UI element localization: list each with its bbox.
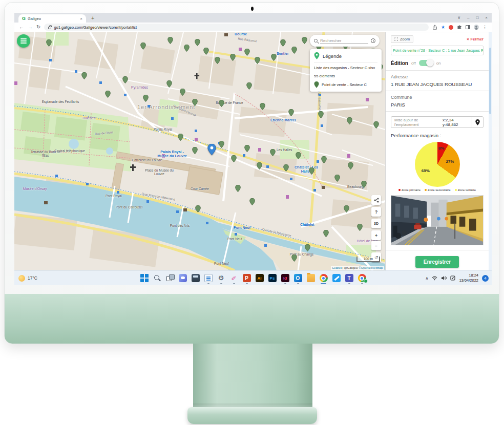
store-pin[interactable] [296, 152, 301, 159]
forward-icon[interactable]: → [28, 25, 33, 30]
taskbar-calc-icon[interactable] [192, 272, 200, 284]
route-vertex[interactable] [266, 165, 269, 168]
window-maximize-button[interactable]: □ [476, 15, 478, 20]
route-vertex[interactable] [99, 81, 102, 84]
store-pin[interactable] [244, 145, 250, 152]
taskbar-chat-icon[interactable] [179, 272, 187, 284]
wifi-icon[interactable] [432, 276, 437, 281]
store-pin[interactable] [246, 82, 252, 90]
edition-toggle[interactable] [419, 60, 433, 66]
store-pin[interactable] [167, 37, 173, 44]
taskbar-teams-icon[interactable] [345, 272, 353, 284]
store-pin[interactable] [361, 181, 367, 188]
extensions-puzzle-icon[interactable] [457, 25, 462, 30]
save-button[interactable]: Enregistrer [415, 256, 459, 268]
store-pin[interactable] [347, 117, 352, 124]
notification-badge[interactable]: 4 [482, 275, 489, 282]
store-pin[interactable] [348, 162, 353, 169]
store-pin[interactable] [192, 147, 198, 154]
tray-chevron-icon[interactable]: ∧ [426, 276, 429, 281]
bookmark-star-icon[interactable]: ★ [441, 25, 445, 30]
zoom-out-button[interactable]: − [371, 241, 381, 250]
volume-icon[interactable] [441, 275, 447, 281]
store-pin[interactable] [255, 57, 260, 64]
store-pin[interactable] [288, 109, 294, 116]
search-input[interactable] [320, 38, 368, 44]
back-icon[interactable]: ← [19, 25, 24, 30]
taskbar-folder-icon[interactable] [307, 272, 315, 284]
store-pin[interactable] [373, 121, 379, 129]
store-pin[interactable] [302, 37, 307, 44]
store-pin[interactable] [244, 49, 250, 56]
leaflet-link[interactable]: Leaflet [332, 266, 342, 269]
scrollbar-thumb[interactable] [489, 48, 491, 114]
map-help-button[interactable]: ? [371, 207, 381, 217]
pen-icon[interactable] [450, 275, 455, 281]
taskbar-ppt-icon[interactable] [243, 272, 251, 284]
route-vertex[interactable] [290, 178, 292, 180]
route-vertex[interactable] [235, 233, 237, 236]
taskbar-ai-icon[interactable] [256, 272, 264, 284]
store-pin[interactable] [309, 167, 314, 175]
map-canvas[interactable]: BourseSentierPyramides1er Arrondissement… [14, 32, 385, 270]
route-vertex[interactable] [75, 70, 77, 73]
store-pin[interactable] [271, 54, 277, 61]
tab-close-icon[interactable]: × [80, 16, 82, 21]
panel-close-button[interactable]: × Fermer [467, 37, 484, 41]
route-vertex[interactable] [171, 117, 174, 120]
route-vertex[interactable] [176, 210, 179, 213]
reload-icon[interactable]: ↻ [36, 25, 40, 30]
store-pin[interactable] [184, 45, 190, 52]
side-panel-icon[interactable] [466, 25, 470, 29]
locate-icon[interactable] [371, 38, 375, 43]
route-vertex[interactable] [317, 160, 319, 163]
route-vertex[interactable] [195, 130, 197, 132]
place-pin-button[interactable] [472, 117, 483, 128]
osm-link[interactable]: ©OpenStreetMap [359, 266, 383, 269]
route-vertex[interactable] [117, 191, 119, 194]
store-pin[interactable] [180, 89, 185, 96]
store-pin[interactable] [203, 48, 209, 55]
route-vertex[interactable] [49, 59, 52, 61]
window-close-button[interactable]: × [485, 15, 488, 20]
route-vertex[interactable] [146, 200, 149, 203]
store-pin[interactable] [291, 254, 297, 262]
store-pin[interactable] [215, 57, 220, 64]
taskbar-taskview-icon[interactable] [166, 272, 174, 284]
route-vertex[interactable] [264, 244, 267, 247]
taskbar-windows-icon[interactable] [140, 272, 149, 284]
taskbar-id-icon[interactable] [281, 272, 289, 284]
taskbar-notepad-icon[interactable] [204, 272, 213, 284]
store-pin[interactable] [219, 141, 224, 148]
extension-icon[interactable] [449, 25, 453, 30]
store-pin[interactable] [334, 175, 340, 182]
store-pin[interactable] [166, 80, 172, 88]
taskbar-search-icon[interactable] [153, 272, 161, 284]
store-pin[interactable] [122, 76, 128, 83]
store-pin[interactable] [81, 72, 87, 79]
panel-zoom-button[interactable]: Zoom [391, 35, 413, 43]
store-pin[interactable] [283, 164, 289, 172]
profile-avatar[interactable] [474, 25, 479, 30]
taskbar-ps-icon[interactable] [268, 272, 277, 284]
store-pin[interactable] [231, 155, 237, 162]
store-pin[interactable] [257, 162, 262, 169]
taskbar-chrome2-icon[interactable] [358, 272, 366, 284]
map-3d-button[interactable]: 3D [371, 219, 381, 228]
new-tab-button[interactable]: + [91, 15, 94, 21]
store-pin[interactable] [321, 156, 327, 163]
store-pin[interactable] [143, 95, 149, 102]
window-minimize-button[interactable]: – [467, 15, 469, 20]
browser-menu-icon[interactable]: ⋮ [482, 25, 487, 30]
url-bar[interactable]: go1.galigeo.com/Galigeo/viewer/core/#/po… [44, 24, 429, 31]
taskbar-outlook-icon[interactable] [294, 272, 302, 284]
route-vertex[interactable] [319, 94, 321, 96]
store-pin[interactable] [291, 47, 297, 54]
menu-hamburger-button[interactable] [17, 34, 30, 48]
store-pin[interactable] [280, 39, 286, 47]
route-vertex[interactable] [313, 189, 316, 192]
taskbar-chrome-icon[interactable] [320, 272, 328, 284]
store-pin[interactable] [195, 205, 201, 213]
store-pin[interactable] [219, 100, 224, 107]
selected-store-pin[interactable] [207, 144, 216, 155]
